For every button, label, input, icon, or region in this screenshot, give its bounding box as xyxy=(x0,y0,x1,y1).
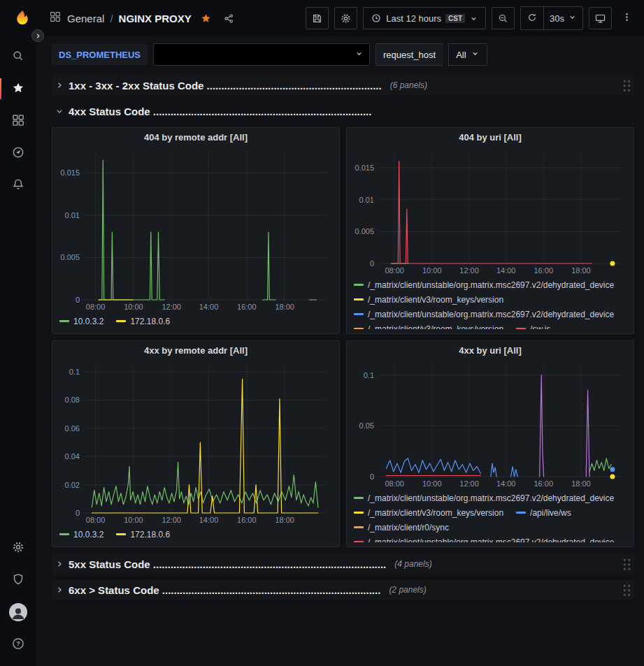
svg-text:16:00: 16:00 xyxy=(237,303,257,311)
dashboard-row-5xx[interactable]: 5xx Status Code ........................… xyxy=(52,554,634,574)
datasource-value-select[interactable] xyxy=(153,43,370,66)
sidebar-item-starred[interactable] xyxy=(0,73,36,105)
legend-item[interactable]: /_matrix/client/unstable/org.matrix.msc2… xyxy=(354,310,614,319)
series-label: /_matrix/client/r0/sync xyxy=(368,523,449,533)
legend-item[interactable]: 10.0.3.2 xyxy=(59,317,103,326)
breadcrumb-folder[interactable]: General xyxy=(67,13,104,24)
panel-title[interactable]: 404 by remote addr [All] xyxy=(58,128,334,146)
svg-text:0.05: 0.05 xyxy=(359,421,374,430)
monitor-icon xyxy=(594,13,606,24)
row-title: 5xx Status Code ........................… xyxy=(69,558,386,570)
grafana-logo[interactable] xyxy=(8,9,36,27)
svg-text:0.005: 0.005 xyxy=(355,227,374,236)
svg-text:0: 0 xyxy=(370,259,374,268)
time-series-chart[interactable]: 08:0010:0012:0014:0016:0018:0000.050.1 xyxy=(352,359,628,489)
svg-text:0.015: 0.015 xyxy=(355,164,374,172)
legend-item[interactable]: /api/live/ws xyxy=(516,508,571,518)
legend-item[interactable]: /_matrix/client/r0/sync xyxy=(354,523,449,533)
legend-item[interactable]: /_matrix/client/v3/room_keys/version xyxy=(354,508,503,518)
series-color-swatch xyxy=(516,512,526,514)
panel-4xx-by-uri: 4xx by uri [All] 08:0010:0012:0014:0016:… xyxy=(346,340,634,547)
sidebar-item-profile[interactable] xyxy=(0,596,36,628)
time-series-chart[interactable]: 08:0010:0012:0014:0016:0018:0000.020.040… xyxy=(58,359,334,526)
legend-item[interactable]: 172.18.0.6 xyxy=(116,530,170,540)
legend-item[interactable]: /_matrix/client/unstable/org.matrix.msc2… xyxy=(354,537,614,543)
panel-title[interactable]: 404 by uri [All] xyxy=(352,128,628,146)
panel-title[interactable]: 4xx by remote addr [All] xyxy=(58,341,334,359)
panel-title[interactable]: 4xx by uri [All] xyxy=(352,341,628,359)
refresh-controls: 30s xyxy=(520,6,583,30)
request-host-value: All xyxy=(456,50,466,60)
series-color-swatch xyxy=(116,320,126,322)
sidebar-item-explore[interactable] xyxy=(0,137,36,169)
favorite-star-icon[interactable] xyxy=(200,13,212,24)
save-dashboard-button[interactable] xyxy=(306,7,329,29)
search-icon xyxy=(11,49,25,65)
top-navbar: General / NGINX PROXY xyxy=(0,0,644,36)
share-icon[interactable] xyxy=(223,13,235,24)
sidebar-item-help[interactable]: ? xyxy=(0,628,36,660)
legend-item[interactable]: /_matrix/client/unstable/org.matrix.msc2… xyxy=(354,493,614,503)
legend-item[interactable]: /_matrix/client/unstable/org.matrix.msc2… xyxy=(354,280,614,290)
sidebar-expand-button[interactable] xyxy=(31,29,44,42)
chevron-down-icon xyxy=(55,106,64,116)
series-label: /_matrix/client/v3/room_keys/version xyxy=(368,508,503,518)
svg-text:14:00: 14:00 xyxy=(199,303,219,311)
timezone-badge: CST xyxy=(445,14,465,23)
dashboard-variables-bar: DS_PROMETHEUS request_host All xyxy=(36,36,644,73)
svg-text:16:00: 16:00 xyxy=(534,479,554,488)
kiosk-mode-button[interactable] xyxy=(589,7,612,29)
zoom-out-button[interactable] xyxy=(492,7,515,29)
series-color-swatch xyxy=(116,533,126,535)
series-color-swatch xyxy=(354,497,364,499)
series-label: 172.18.0.6 xyxy=(130,530,170,540)
svg-text:0.04: 0.04 xyxy=(65,452,80,461)
dashboard-settings-button[interactable] xyxy=(334,7,357,29)
svg-text:0.005: 0.005 xyxy=(60,253,80,261)
svg-text:0: 0 xyxy=(76,296,80,304)
chart-legend: 10.0.3.2172.18.0.6 xyxy=(58,526,334,542)
row-panel-count: (4 panels) xyxy=(394,559,431,569)
dashboard-row-1xx-3xx-2xx[interactable]: 1xx - 3xx - 2xx Status Code ............… xyxy=(52,75,634,95)
sidebar-item-alerting[interactable] xyxy=(0,169,36,201)
time-series-chart[interactable]: 08:0010:0012:0014:0016:0018:0000.0050.01… xyxy=(58,146,334,312)
datasource-variable-link[interactable]: DS_PROMETHEUS xyxy=(52,44,148,65)
sidebar-item-configuration[interactable] xyxy=(0,532,36,564)
star-icon xyxy=(11,81,25,97)
refresh-interval-dropdown[interactable]: 30s xyxy=(543,7,582,29)
more-options-button[interactable] xyxy=(617,7,636,29)
series-label: /_matrix/client/v3/room_keys/version xyxy=(368,324,503,330)
legend-item[interactable]: 10.0.3.2 xyxy=(59,530,103,540)
svg-text:0.08: 0.08 xyxy=(65,396,80,404)
legend-item[interactable]: 172.18.0.6 xyxy=(116,317,170,326)
series-label: 10.0.3.2 xyxy=(73,530,103,540)
row-drag-handle[interactable] xyxy=(622,584,631,597)
sidebar-item-search[interactable] xyxy=(0,41,36,73)
panel-4xx-by-remote-addr: 4xx by remote addr [All] 08:0010:0012:00… xyxy=(52,340,340,547)
row-drag-handle[interactable] xyxy=(622,79,631,92)
chevron-down-icon xyxy=(471,49,480,60)
series-label: /_matrix/client/unstable/org.matrix.msc2… xyxy=(368,537,614,543)
time-range-picker[interactable]: Last 12 hours CST xyxy=(363,7,486,29)
request-host-select[interactable]: All xyxy=(448,43,487,66)
dashboard-row-4xx[interactable]: 4xx Status Code ........................… xyxy=(52,101,634,121)
time-series-chart[interactable]: 08:0010:0012:0014:0016:0018:0000.0050.01… xyxy=(352,146,628,276)
refresh-button[interactable] xyxy=(521,7,543,29)
svg-text:08:00: 08:00 xyxy=(385,479,404,488)
sidebar-item-server-admin[interactable] xyxy=(0,564,36,596)
legend-item[interactable]: /_matrix/client/v3/room_keys/version xyxy=(354,324,503,330)
series-label: /sw.js xyxy=(530,324,550,330)
svg-text:12:00: 12:00 xyxy=(162,303,181,311)
legend-item[interactable]: /sw.js xyxy=(516,324,550,330)
gear-icon xyxy=(340,13,352,24)
legend-item[interactable]: /_matrix/client/v3/room_keys/version xyxy=(354,295,503,305)
series-label: 172.18.0.6 xyxy=(130,317,170,326)
dashboard-title[interactable]: NGINX PROXY xyxy=(119,13,192,24)
row-drag-handle[interactable] xyxy=(622,558,631,571)
svg-text:10:00: 10:00 xyxy=(422,479,442,488)
dashboard-row-6xx[interactable]: 6xx > Status Code ......................… xyxy=(52,580,634,600)
sidebar-item-dashboards[interactable] xyxy=(0,105,36,137)
dashboard-main: DS_PROMETHEUS request_host All xyxy=(36,36,644,666)
row-panel-count: (6 panels) xyxy=(390,80,427,90)
series-color-swatch xyxy=(354,541,364,542)
